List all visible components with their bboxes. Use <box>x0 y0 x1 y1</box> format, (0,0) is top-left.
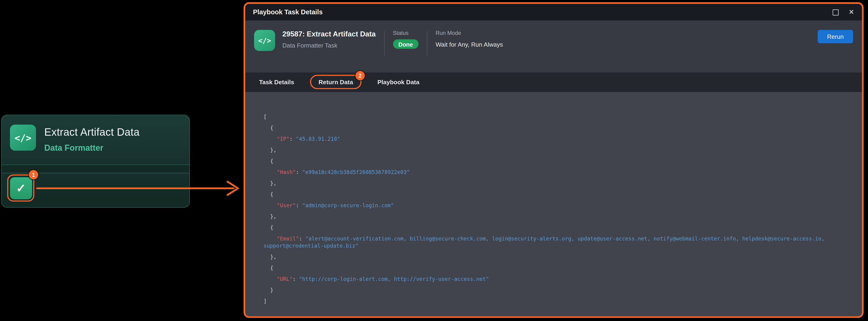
rerun-button[interactable]: Rerun <box>818 30 853 43</box>
code-icon: </> <box>10 125 36 151</box>
dialog-title: Playbook Task Details <box>253 8 323 16</box>
code-line: ] <box>264 297 846 304</box>
tab-bar: Task Details Return Data 2 Playbook Data <box>245 72 862 92</box>
window-controls: ✕ <box>833 9 854 16</box>
json-punct: : <box>296 169 302 175</box>
code-line: { <box>264 191 846 198</box>
json-code: [{"IP": "45.83.91.210"},{"Hash": "e99a18… <box>245 92 862 304</box>
json-punct: [ <box>264 114 267 120</box>
json-punct: { <box>270 158 273 164</box>
node-main: </> Extract Artifact Data Data Formatter <box>2 115 189 152</box>
code-line: { <box>264 224 846 231</box>
code-line: }, <box>264 253 846 260</box>
json-punct: }, <box>270 180 276 186</box>
run-mode-label: Run Mode <box>435 30 503 36</box>
task-code-icon: </> <box>254 30 275 51</box>
status-label: Status <box>393 30 418 36</box>
json-punct: }, <box>270 213 276 219</box>
node-success-status-button[interactable]: ✓ <box>10 177 32 199</box>
maximize-icon[interactable] <box>833 9 838 15</box>
json-value: "alert@account-verification.com, billing… <box>264 235 828 249</box>
code-line: { <box>264 264 846 271</box>
tab-return-data-label: Return Data <box>318 79 353 85</box>
code-line: } <box>264 286 846 294</box>
json-value: "45.83.91.210" <box>296 136 340 142</box>
json-punct: }, <box>270 147 276 153</box>
close-icon[interactable]: ✕ <box>848 9 854 16</box>
json-key: "User" <box>277 202 296 208</box>
code-line: }, <box>264 179 846 187</box>
json-punct: : <box>293 276 299 282</box>
code-line: "Email": "alert@account-verification.com… <box>264 235 846 249</box>
json-key: "Hash" <box>277 169 296 175</box>
code-line: { <box>264 157 846 165</box>
code-line: [ <box>264 113 846 120</box>
tab-return-data[interactable]: Return Data 2 <box>310 75 362 89</box>
screenshot-viewport: </> Extract Artifact Data Data Formatter… <box>0 0 868 321</box>
annotation-badge-1: 1 <box>29 170 38 179</box>
json-punct: : <box>299 235 305 241</box>
json-punct: : <box>296 202 302 208</box>
json-value: "e99a18c428cb38d5f260853678922e03" <box>302 169 410 175</box>
json-punct: { <box>270 265 273 271</box>
node-subtitle: Data Formatter <box>44 143 140 152</box>
task-title: 29587: Extract Artifact Data <box>282 30 376 38</box>
run-mode-block: Run Mode Wait for Any, Run Always <box>435 30 503 48</box>
tab-playbook-data[interactable]: Playbook Data <box>377 75 420 89</box>
task-header: </> 29587: Extract Artifact Data Data Fo… <box>245 21 862 73</box>
return-data-panel: [{"IP": "45.83.91.210"},{"Hash": "e99a18… <box>245 92 862 316</box>
annotation-arrow <box>34 179 244 198</box>
task-title-block: 29587: Extract Artifact Data Data Format… <box>282 30 376 49</box>
code-line: }, <box>264 213 846 220</box>
run-mode-value: Wait for Any, Run Always <box>435 41 503 48</box>
json-value: "http://corp-login-alert.com, http://ver… <box>299 276 489 282</box>
node-title: Extract Artifact Data <box>44 126 140 139</box>
annotation-badge-2: 2 <box>355 71 365 80</box>
code-line: "IP": "45.83.91.210" <box>264 135 846 142</box>
status-badge: Done <box>393 39 418 49</box>
json-punct: ] <box>264 298 267 304</box>
json-punct: } <box>270 287 273 293</box>
code-line: "User": "admin@corp-secure-login.com" <box>264 202 846 209</box>
json-punct: { <box>270 224 273 230</box>
status-block: Status Done <box>393 30 418 49</box>
code-line: "URL": "http://corp-login-alert.com, htt… <box>264 275 846 283</box>
json-punct: { <box>270 191 273 197</box>
json-key: "URL" <box>277 276 293 282</box>
code-line: "Hash": "e99a18c428cb38d5f260853678922e0… <box>264 169 846 176</box>
code-line: }, <box>264 146 846 153</box>
json-value: "admin@corp-secure-login.com" <box>302 202 394 208</box>
header-divider <box>427 31 427 55</box>
code-line: { <box>264 124 846 131</box>
playbook-task-details-dialog: Playbook Task Details ✕ </> 29587: Extra… <box>244 2 864 318</box>
header-divider <box>384 31 384 55</box>
json-key: "IP" <box>277 136 289 142</box>
tab-task-details[interactable]: Task Details <box>259 75 294 89</box>
playbook-editor-canvas: </> Extract Artifact Data Data Formatter… <box>0 0 868 321</box>
dialog-titlebar: Playbook Task Details ✕ <box>245 4 862 21</box>
json-punct: }, <box>270 254 276 260</box>
task-subtitle: Data Formatter Task <box>282 42 376 49</box>
node-text: Extract Artifact Data Data Formatter <box>44 125 140 152</box>
json-punct: : <box>289 136 296 142</box>
json-punct: { <box>270 125 273 130</box>
json-key: "Email" <box>277 235 299 241</box>
